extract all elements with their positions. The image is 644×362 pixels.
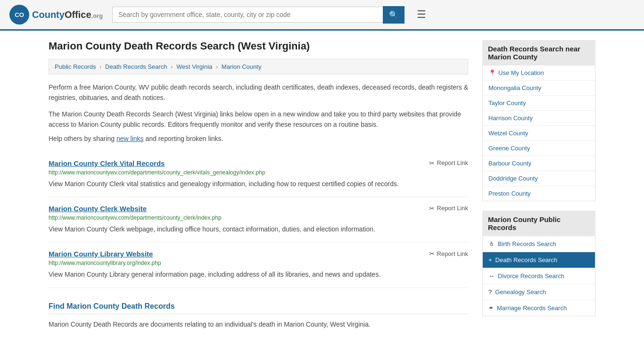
report-link-label: Report Link bbox=[437, 250, 468, 257]
page-title: Marion County Death Records Search (West… bbox=[49, 40, 468, 52]
nearby-county-link[interactable]: Doddridge County bbox=[488, 175, 538, 182]
report-link-label: Report Link bbox=[437, 159, 468, 166]
share-note: Help others by sharing new links and rep… bbox=[49, 135, 468, 142]
search-button[interactable]: 🔍 bbox=[383, 6, 405, 24]
death-records-link[interactable]: Death Records Search bbox=[495, 256, 558, 263]
record-card: Marion County Clerk Website ✂ Report Lin… bbox=[49, 197, 468, 242]
breadcrumb-west-virginia[interactable]: West Virginia bbox=[176, 63, 212, 70]
nearby-county-link[interactable]: Harrison County bbox=[488, 115, 533, 122]
breadcrumb-sep1: › bbox=[99, 63, 101, 70]
svg-text:CO: CO bbox=[15, 11, 24, 18]
nearby-section-header: Death Records Search near Marion County bbox=[482, 40, 595, 66]
report-link-button[interactable]: ✂ Report Link bbox=[429, 205, 468, 212]
record-url[interactable]: http://www.marioncountylibrary.org/index… bbox=[49, 260, 468, 266]
genealogy-icon: ? bbox=[488, 288, 492, 296]
record-url[interactable]: http://www.marioncountywv.com/department… bbox=[49, 169, 468, 176]
hamburger-button[interactable]: ☰ bbox=[414, 6, 429, 24]
search-icon: 🔍 bbox=[389, 11, 398, 19]
location-icon: 📍 bbox=[488, 69, 496, 76]
death-icon: + bbox=[488, 256, 492, 263]
divorce-records-link[interactable]: Divorce Records Search bbox=[498, 272, 564, 280]
search-input[interactable] bbox=[112, 7, 383, 23]
nearby-county-item[interactable]: Barbour County bbox=[483, 156, 595, 171]
logo[interactable]: CO CountyOffice.org bbox=[9, 5, 103, 25]
records-list: Marion County Clerk Vital Records ✂ Repo… bbox=[49, 152, 468, 288]
birth-records-link[interactable]: Birth Records Search bbox=[498, 240, 556, 247]
report-link-button[interactable]: ✂ Report Link bbox=[429, 250, 468, 257]
nearby-county-link[interactable]: Taylor County bbox=[488, 99, 526, 107]
new-links-link[interactable]: new links bbox=[116, 135, 144, 142]
report-link-button[interactable]: ✂ Report Link bbox=[429, 159, 468, 167]
report-icon: ✂ bbox=[429, 205, 435, 212]
nearby-county-link[interactable]: Barbour County bbox=[488, 160, 531, 167]
record-desc: View Marion County Clerk vital statistic… bbox=[49, 179, 468, 189]
nearby-county-link[interactable]: Preston County bbox=[488, 190, 531, 197]
pr-divorce-records[interactable]: ↔ Divorce Records Search bbox=[483, 268, 595, 284]
intro-text-1: Perform a free Marion County, WV public … bbox=[49, 82, 468, 103]
nearby-county-item[interactable]: Wetzel County bbox=[483, 126, 595, 141]
public-records-list: 🕯 Birth Records Search + Death Records S… bbox=[482, 236, 595, 316]
record-title[interactable]: Marion County Library Website bbox=[49, 250, 153, 258]
breadcrumb-sep2: › bbox=[171, 63, 173, 70]
find-section: Find Marion County Death Records Marion … bbox=[49, 297, 468, 329]
logo-icon: CO bbox=[9, 5, 29, 25]
find-section-desc: Marion County Death Records are document… bbox=[49, 319, 468, 329]
record-desc: View Marion County Clerk webpage, includ… bbox=[49, 224, 468, 234]
nearby-county-link[interactable]: Wetzel County bbox=[488, 130, 528, 137]
use-location-link[interactable]: Use My Location bbox=[498, 69, 544, 76]
public-records-header: Marion County Public Records bbox=[482, 211, 595, 236]
record-title[interactable]: Marion County Clerk Vital Records bbox=[49, 159, 165, 167]
pr-birth-records[interactable]: 🕯 Birth Records Search bbox=[483, 236, 595, 252]
use-location-item[interactable]: 📍 Use My Location bbox=[483, 66, 595, 81]
pr-marriage-records[interactable]: ⚭ Marriage Records Search bbox=[483, 300, 595, 316]
marriage-records-link[interactable]: Marriage Records Search bbox=[497, 304, 567, 312]
logo-text: CountyOffice.org bbox=[32, 9, 103, 20]
birth-icon: 🕯 bbox=[488, 240, 495, 247]
record-url[interactable]: http://www.marioncountywv.com/department… bbox=[49, 214, 468, 221]
nearby-county-link[interactable]: Monongalia County bbox=[488, 84, 541, 91]
breadcrumb-public-records[interactable]: Public Records bbox=[55, 63, 96, 70]
nearby-county-item[interactable]: Monongalia County bbox=[483, 81, 595, 96]
breadcrumb-sep3: › bbox=[216, 63, 218, 70]
breadcrumb-death-records[interactable]: Death Records Search bbox=[105, 63, 167, 70]
genealogy-search-link[interactable]: Genealogy Search bbox=[495, 288, 546, 296]
breadcrumb: Public Records › Death Records Search › … bbox=[49, 59, 468, 74]
breadcrumb-marion-county[interactable]: Marion County bbox=[222, 63, 262, 70]
nearby-county-item[interactable]: Doddridge County bbox=[483, 171, 595, 186]
nearby-section: Death Records Search near Marion County … bbox=[482, 40, 595, 201]
nearby-county-link[interactable]: Greene County bbox=[488, 145, 530, 152]
nearby-county-item[interactable]: Preston County bbox=[483, 186, 595, 201]
nearby-list: 📍 Use My Location Monongalia County Tayl… bbox=[482, 66, 595, 201]
report-icon: ✂ bbox=[429, 159, 435, 167]
pr-death-records[interactable]: + Death Records Search bbox=[483, 252, 595, 268]
menu-icon: ☰ bbox=[417, 8, 426, 20]
intro-text-2: The Marion County Death Records Search (… bbox=[49, 109, 468, 130]
find-section-title: Find Marion County Death Records bbox=[49, 302, 468, 314]
record-card: Marion County Clerk Vital Records ✂ Repo… bbox=[49, 152, 468, 197]
record-desc: View Marion County Library general infor… bbox=[49, 269, 468, 280]
record-card: Marion County Library Website ✂ Report L… bbox=[49, 242, 468, 288]
marriage-icon: ⚭ bbox=[488, 304, 494, 312]
report-link-label: Report Link bbox=[437, 205, 468, 212]
nearby-county-item[interactable]: Harrison County bbox=[483, 111, 595, 126]
divorce-icon: ↔ bbox=[488, 272, 495, 280]
nearby-county-item[interactable]: Taylor County bbox=[483, 96, 595, 111]
nearby-county-item[interactable]: Greene County bbox=[483, 141, 595, 156]
report-icon: ✂ bbox=[429, 250, 435, 257]
public-records-section: Marion County Public Records 🕯 Birth Rec… bbox=[482, 211, 595, 316]
pr-genealogy-search[interactable]: ? Genealogy Search bbox=[483, 284, 595, 300]
record-title[interactable]: Marion County Clerk Website bbox=[49, 205, 147, 213]
